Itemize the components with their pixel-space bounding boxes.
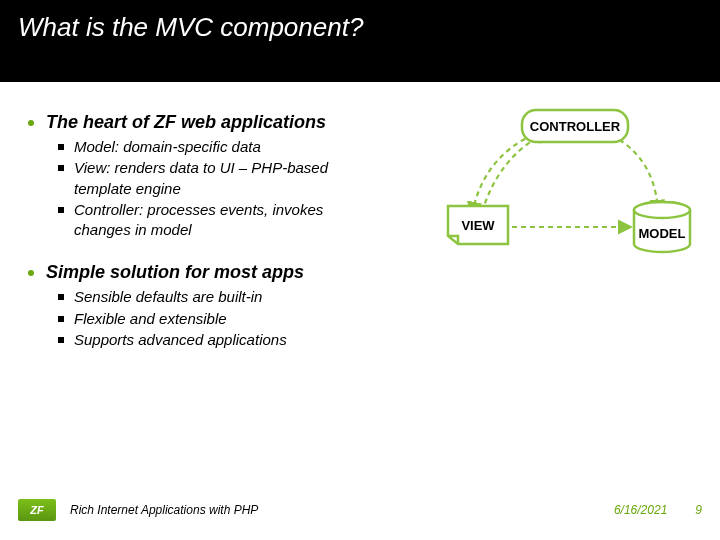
bullet-square-icon: [58, 165, 64, 171]
footer-caption: Rich Internet Applications with PHP: [70, 503, 258, 517]
list-item: Flexible and extensible: [58, 309, 358, 329]
list-item-text: Controller: processes events, invokes ch…: [74, 200, 358, 241]
bullet-square-icon: [58, 144, 64, 150]
list-item-text: Model: domain-specific data: [74, 137, 261, 157]
list-item-text: Supports advanced applications: [74, 330, 287, 350]
controller-label: CONTROLLER: [530, 119, 621, 134]
section-heading-text: The heart of ZF web applications: [46, 112, 326, 133]
list-item: Model: domain-specific data: [58, 137, 358, 157]
footer-page-number: 9: [695, 503, 702, 517]
footer-date: 6/16/2021: [614, 503, 667, 517]
bullet-dot-icon: [28, 270, 34, 276]
list-item-text: Sensible defaults are built-in: [74, 287, 262, 307]
bullet-square-icon: [58, 207, 64, 213]
title-bar: What is the MVC component?: [0, 0, 720, 82]
sub-list: Sensible defaults are built-in Flexible …: [28, 287, 702, 350]
mvc-diagram: CONTROLLER VIEW MODEL: [430, 94, 700, 274]
list-item: Sensible defaults are built-in: [58, 287, 358, 307]
list-item: View: renders data to UI – PHP-based tem…: [58, 158, 358, 199]
bullet-square-icon: [58, 294, 64, 300]
bullet-square-icon: [58, 337, 64, 343]
bullet-dot-icon: [28, 120, 34, 126]
slide-footer: ZF Rich Internet Applications with PHP 6…: [0, 492, 720, 540]
list-item-text: Flexible and extensible: [74, 309, 227, 329]
list-item: Supports advanced applications: [58, 330, 358, 350]
slide-content: The heart of ZF web applications Model: …: [0, 82, 720, 492]
list-item: Controller: processes events, invokes ch…: [58, 200, 358, 241]
section-heading-text: Simple solution for most apps: [46, 262, 304, 283]
zf-logo-icon: ZF: [18, 499, 56, 521]
list-item-text: View: renders data to UI – PHP-based tem…: [74, 158, 358, 199]
view-label: VIEW: [461, 218, 495, 233]
diagram-svg: CONTROLLER VIEW MODEL: [430, 94, 700, 274]
svg-point-2: [634, 202, 690, 218]
bullet-square-icon: [58, 316, 64, 322]
model-label: MODEL: [639, 226, 686, 241]
slide-title: What is the MVC component?: [18, 12, 702, 43]
